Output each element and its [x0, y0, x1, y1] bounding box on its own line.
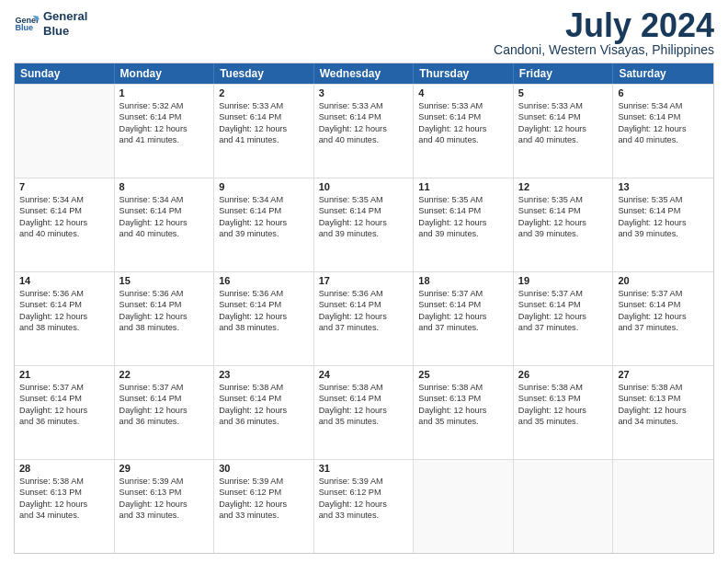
day-number: 4 [418, 87, 508, 98]
cell-info-line: and 36 minutes. [219, 416, 309, 427]
cell-info-line: Daylight: 12 hours [618, 311, 709, 322]
cal-cell: 8Sunrise: 5:34 AMSunset: 6:14 PMDaylight… [115, 178, 215, 271]
week-row-5: 28Sunrise: 5:38 AMSunset: 6:13 PMDayligh… [15, 459, 713, 553]
cell-info-line: and 39 minutes. [618, 228, 709, 239]
cell-info-line: and 36 minutes. [119, 416, 210, 427]
cell-info-line: Sunrise: 5:38 AM [319, 382, 409, 393]
cell-info-line: Sunset: 6:14 PM [19, 393, 109, 404]
cell-info-line: Sunset: 6:13 PM [618, 393, 709, 404]
cell-info-line: Sunset: 6:14 PM [319, 205, 409, 216]
cell-info-line: Sunrise: 5:37 AM [19, 382, 109, 393]
week-row-2: 7Sunrise: 5:34 AMSunset: 6:14 PMDaylight… [15, 178, 713, 271]
cell-info-line: Sunset: 6:14 PM [618, 299, 709, 310]
cell-info-line: Sunrise: 5:39 AM [119, 476, 210, 487]
cell-info-line: and 35 minutes. [319, 416, 409, 427]
day-header-sunday: Sunday [15, 63, 115, 84]
cell-info-line: Sunrise: 5:38 AM [618, 382, 709, 393]
cal-cell: 13Sunrise: 5:35 AMSunset: 6:14 PMDayligh… [613, 178, 713, 271]
day-number: 28 [19, 463, 109, 474]
logo-text: General Blue [43, 9, 87, 38]
cal-cell: 18Sunrise: 5:37 AMSunset: 6:14 PMDayligh… [414, 272, 514, 365]
day-number: 21 [19, 369, 109, 380]
cell-info-line: Daylight: 12 hours [418, 123, 508, 134]
day-number: 6 [618, 87, 709, 98]
cell-info-line: Daylight: 12 hours [319, 217, 409, 228]
cell-info-line: and 39 minutes. [319, 228, 409, 239]
cell-info-line: Sunrise: 5:35 AM [319, 194, 409, 205]
cell-info-line: Daylight: 12 hours [319, 123, 409, 134]
cell-info-line: and 37 minutes. [518, 322, 609, 333]
cell-info-line: and 38 minutes. [19, 322, 109, 333]
cal-cell: 29Sunrise: 5:39 AMSunset: 6:13 PMDayligh… [115, 460, 215, 553]
cal-cell: 4Sunrise: 5:33 AMSunset: 6:14 PMDaylight… [414, 85, 514, 178]
day-number: 9 [219, 181, 309, 192]
day-number: 22 [119, 369, 210, 380]
day-number: 2 [219, 87, 309, 98]
day-header-saturday: Saturday [613, 63, 713, 84]
week-row-4: 21Sunrise: 5:37 AMSunset: 6:14 PMDayligh… [15, 365, 713, 459]
cell-info-line: Sunset: 6:14 PM [618, 205, 709, 216]
cell-info-line: Daylight: 12 hours [119, 499, 210, 510]
cell-info-line: Sunset: 6:14 PM [418, 205, 508, 216]
cell-info-line: Sunrise: 5:32 AM [119, 100, 210, 111]
day-number: 17 [319, 275, 409, 286]
day-number: 8 [119, 181, 210, 192]
cal-cell: 25Sunrise: 5:38 AMSunset: 6:13 PMDayligh… [414, 366, 514, 459]
cell-info-line: and 40 minutes. [119, 228, 210, 239]
cell-info-line: Daylight: 12 hours [119, 311, 210, 322]
cell-info-line: Sunset: 6:14 PM [618, 111, 709, 122]
cal-cell [613, 460, 713, 553]
day-header-tuesday: Tuesday [214, 63, 314, 84]
day-number: 30 [219, 463, 309, 474]
cell-info-line: and 40 minutes. [319, 134, 409, 145]
cell-info-line: Daylight: 12 hours [119, 217, 210, 228]
cell-info-line: Daylight: 12 hours [618, 405, 709, 416]
cell-info-line: and 41 minutes. [119, 134, 210, 145]
cell-info-line: Daylight: 12 hours [219, 311, 309, 322]
header: General Blue General Blue July 2024 Cand… [14, 9, 714, 57]
cell-info-line: Sunrise: 5:39 AM [319, 476, 409, 487]
cell-info-line: Daylight: 12 hours [219, 405, 309, 416]
day-number: 27 [618, 369, 709, 380]
day-number: 3 [319, 87, 409, 98]
cell-info-line: and 40 minutes. [518, 134, 609, 145]
cell-info-line: and 41 minutes. [219, 134, 309, 145]
cell-info-line: Daylight: 12 hours [319, 499, 409, 510]
cal-cell: 26Sunrise: 5:38 AMSunset: 6:13 PMDayligh… [514, 366, 614, 459]
day-number: 12 [518, 181, 609, 192]
cell-info-line: Daylight: 12 hours [319, 405, 409, 416]
cell-info-line: Sunset: 6:14 PM [319, 111, 409, 122]
day-number: 31 [319, 463, 409, 474]
cell-info-line: Sunset: 6:12 PM [319, 487, 409, 498]
cell-info-line: Daylight: 12 hours [518, 311, 609, 322]
cell-info-line: Sunrise: 5:38 AM [219, 382, 309, 393]
cell-info-line: Sunset: 6:14 PM [19, 205, 109, 216]
cell-info-line: Sunrise: 5:33 AM [219, 100, 309, 111]
cell-info-line: Daylight: 12 hours [518, 405, 609, 416]
cell-info-line: Sunset: 6:14 PM [19, 299, 109, 310]
cell-info-line: and 36 minutes. [19, 416, 109, 427]
logo: General Blue General Blue [14, 9, 87, 38]
day-number: 23 [219, 369, 309, 380]
cell-info-line: and 35 minutes. [518, 416, 609, 427]
day-number: 25 [418, 369, 508, 380]
day-number: 19 [518, 275, 609, 286]
cell-info-line: Sunrise: 5:39 AM [219, 476, 309, 487]
cell-info-line: Sunset: 6:14 PM [518, 205, 609, 216]
cell-info-line: Daylight: 12 hours [19, 405, 109, 416]
cell-info-line: Sunrise: 5:37 AM [119, 382, 210, 393]
cell-info-line: Daylight: 12 hours [219, 123, 309, 134]
day-header-monday: Monday [115, 63, 215, 84]
cal-cell: 3Sunrise: 5:33 AMSunset: 6:14 PMDaylight… [314, 85, 415, 178]
calendar: SundayMondayTuesdayWednesdayThursdayFrid… [14, 63, 714, 554]
cell-info-line: and 33 minutes. [319, 510, 409, 521]
week-row-1: 1Sunrise: 5:32 AMSunset: 6:14 PMDaylight… [15, 84, 713, 178]
cell-info-line: Sunset: 6:14 PM [319, 299, 409, 310]
cell-info-line: Daylight: 12 hours [319, 311, 409, 322]
cell-info-line: and 40 minutes. [19, 228, 109, 239]
calendar-header: SundayMondayTuesdayWednesdayThursdayFrid… [15, 63, 713, 84]
day-number: 29 [119, 463, 210, 474]
cal-cell: 22Sunrise: 5:37 AMSunset: 6:14 PMDayligh… [115, 366, 215, 459]
cell-info-line: Sunrise: 5:37 AM [618, 288, 709, 299]
cal-cell [514, 460, 614, 553]
